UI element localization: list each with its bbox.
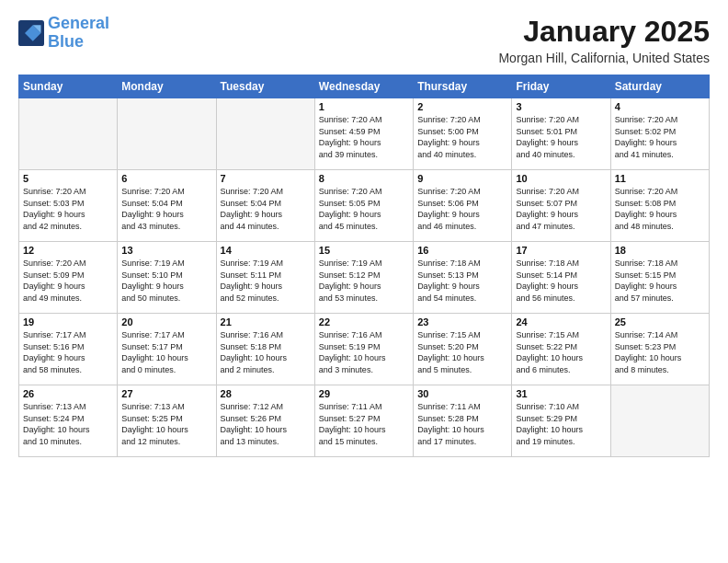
- day-number-1: 1: [319, 101, 409, 112]
- day-number-8: 8: [319, 173, 409, 184]
- cell-content-18: Sunrise: 7:18 AM Sunset: 5:15 PM Dayligh…: [615, 258, 705, 304]
- header-sunday: Sunday: [19, 75, 118, 98]
- day-number-10: 10: [516, 173, 606, 184]
- cell-4-6: 24Sunrise: 7:15 AM Sunset: 5:22 PM Dayli…: [512, 314, 610, 385]
- cell-3-2: 13Sunrise: 7:19 AM Sunset: 5:10 PM Dayli…: [118, 242, 216, 314]
- title-section: January 2025 Morgan Hill, California, Un…: [498, 15, 710, 65]
- day-number-11: 11: [615, 173, 705, 184]
- day-number-4: 4: [615, 101, 705, 112]
- cell-2-5: 9Sunrise: 7:20 AM Sunset: 5:06 PM Daylig…: [414, 170, 512, 242]
- cell-2-4: 8Sunrise: 7:20 AM Sunset: 5:05 PM Daylig…: [314, 170, 413, 242]
- cell-1-1: [19, 98, 118, 170]
- cell-3-4: 15Sunrise: 7:19 AM Sunset: 5:12 PM Dayli…: [314, 242, 413, 314]
- cell-2-1: 5Sunrise: 7:20 AM Sunset: 5:03 PM Daylig…: [19, 170, 118, 242]
- logo-text-line2: Blue: [48, 33, 109, 52]
- week-row-4: 19Sunrise: 7:17 AM Sunset: 5:16 PM Dayli…: [19, 314, 710, 385]
- header-friday: Friday: [512, 75, 610, 98]
- header-saturday: Saturday: [610, 75, 709, 98]
- cell-content-20: Sunrise: 7:17 AM Sunset: 5:17 PM Dayligh…: [121, 329, 211, 375]
- day-number-22: 22: [319, 316, 409, 327]
- cell-1-3: [216, 98, 314, 170]
- cell-content-22: Sunrise: 7:16 AM Sunset: 5:19 PM Dayligh…: [319, 329, 409, 375]
- month-title: January 2025: [498, 15, 710, 49]
- day-number-12: 12: [23, 245, 113, 256]
- calendar-table: Sunday Monday Tuesday Wednesday Thursday…: [18, 75, 710, 457]
- cell-content-30: Sunrise: 7:11 AM Sunset: 5:28 PM Dayligh…: [417, 401, 507, 447]
- cell-5-5: 30Sunrise: 7:11 AM Sunset: 5:28 PM Dayli…: [414, 385, 512, 457]
- day-number-25: 25: [615, 316, 705, 327]
- day-number-13: 13: [121, 245, 211, 256]
- location: Morgan Hill, California, United States: [498, 51, 710, 65]
- logo: General Blue: [18, 15, 109, 52]
- cell-content-27: Sunrise: 7:13 AM Sunset: 5:25 PM Dayligh…: [121, 401, 211, 447]
- header: General Blue January 2025 Morgan Hill, C…: [18, 15, 710, 65]
- cell-5-1: 26Sunrise: 7:13 AM Sunset: 5:24 PM Dayli…: [19, 385, 118, 457]
- day-number-9: 9: [417, 173, 507, 184]
- cell-content-3: Sunrise: 7:20 AM Sunset: 5:01 PM Dayligh…: [516, 114, 606, 160]
- cell-1-7: 4Sunrise: 7:20 AM Sunset: 5:02 PM Daylig…: [610, 98, 709, 170]
- cell-content-11: Sunrise: 7:20 AM Sunset: 5:08 PM Dayligh…: [615, 186, 705, 232]
- cell-5-3: 28Sunrise: 7:12 AM Sunset: 5:26 PM Dayli…: [216, 385, 314, 457]
- cell-content-13: Sunrise: 7:19 AM Sunset: 5:10 PM Dayligh…: [121, 258, 211, 304]
- cell-2-2: 6Sunrise: 7:20 AM Sunset: 5:04 PM Daylig…: [118, 170, 216, 242]
- header-wednesday: Wednesday: [314, 75, 413, 98]
- day-number-15: 15: [319, 245, 409, 256]
- cell-content-29: Sunrise: 7:11 AM Sunset: 5:27 PM Dayligh…: [319, 401, 409, 447]
- day-number-7: 7: [221, 173, 311, 184]
- cell-5-6: 31Sunrise: 7:10 AM Sunset: 5:29 PM Dayli…: [512, 385, 610, 457]
- cell-3-5: 16Sunrise: 7:18 AM Sunset: 5:13 PM Dayli…: [414, 242, 512, 314]
- day-number-6: 6: [121, 173, 211, 184]
- cell-content-28: Sunrise: 7:12 AM Sunset: 5:26 PM Dayligh…: [221, 401, 311, 447]
- page: General Blue January 2025 Morgan Hill, C…: [0, 0, 728, 563]
- cell-content-26: Sunrise: 7:13 AM Sunset: 5:24 PM Dayligh…: [23, 401, 113, 447]
- day-number-30: 30: [417, 388, 507, 399]
- day-number-21: 21: [221, 316, 311, 327]
- cell-4-3: 21Sunrise: 7:16 AM Sunset: 5:18 PM Dayli…: [216, 314, 314, 385]
- week-row-3: 12Sunrise: 7:20 AM Sunset: 5:09 PM Dayli…: [19, 242, 710, 314]
- cell-3-3: 14Sunrise: 7:19 AM Sunset: 5:11 PM Dayli…: [216, 242, 314, 314]
- day-number-18: 18: [615, 245, 705, 256]
- day-number-24: 24: [516, 316, 606, 327]
- cell-content-5: Sunrise: 7:20 AM Sunset: 5:03 PM Dayligh…: [23, 186, 113, 232]
- cell-content-6: Sunrise: 7:20 AM Sunset: 5:04 PM Dayligh…: [121, 186, 211, 232]
- week-row-5: 26Sunrise: 7:13 AM Sunset: 5:24 PM Dayli…: [19, 385, 710, 457]
- cell-5-2: 27Sunrise: 7:13 AM Sunset: 5:25 PM Dayli…: [118, 385, 216, 457]
- cell-3-1: 12Sunrise: 7:20 AM Sunset: 5:09 PM Dayli…: [19, 242, 118, 314]
- cell-content-21: Sunrise: 7:16 AM Sunset: 5:18 PM Dayligh…: [221, 329, 311, 375]
- cell-1-5: 2Sunrise: 7:20 AM Sunset: 5:00 PM Daylig…: [414, 98, 512, 170]
- cell-content-25: Sunrise: 7:14 AM Sunset: 5:23 PM Dayligh…: [615, 329, 705, 375]
- cell-content-16: Sunrise: 7:18 AM Sunset: 5:13 PM Dayligh…: [417, 258, 507, 304]
- cell-1-6: 3Sunrise: 7:20 AM Sunset: 5:01 PM Daylig…: [512, 98, 610, 170]
- cell-4-7: 25Sunrise: 7:14 AM Sunset: 5:23 PM Dayli…: [610, 314, 709, 385]
- day-number-23: 23: [417, 316, 507, 327]
- day-number-27: 27: [121, 388, 211, 399]
- day-number-26: 26: [23, 388, 113, 399]
- cell-4-1: 19Sunrise: 7:17 AM Sunset: 5:16 PM Dayli…: [19, 314, 118, 385]
- cell-4-2: 20Sunrise: 7:17 AM Sunset: 5:17 PM Dayli…: [118, 314, 216, 385]
- day-number-19: 19: [23, 316, 113, 327]
- cell-2-7: 11Sunrise: 7:20 AM Sunset: 5:08 PM Dayli…: [610, 170, 709, 242]
- cell-content-12: Sunrise: 7:20 AM Sunset: 5:09 PM Dayligh…: [23, 258, 113, 304]
- cell-content-1: Sunrise: 7:20 AM Sunset: 4:59 PM Dayligh…: [319, 114, 409, 160]
- logo-text-line1: General: [48, 15, 109, 33]
- logo-icon: [18, 20, 44, 46]
- week-row-1: 1Sunrise: 7:20 AM Sunset: 4:59 PM Daylig…: [19, 98, 710, 170]
- cell-4-4: 22Sunrise: 7:16 AM Sunset: 5:19 PM Dayli…: [314, 314, 413, 385]
- day-number-16: 16: [417, 245, 507, 256]
- day-number-17: 17: [516, 245, 606, 256]
- cell-3-6: 17Sunrise: 7:18 AM Sunset: 5:14 PM Dayli…: [512, 242, 610, 314]
- day-number-31: 31: [516, 388, 606, 399]
- cell-content-24: Sunrise: 7:15 AM Sunset: 5:22 PM Dayligh…: [516, 329, 606, 375]
- day-number-29: 29: [319, 388, 409, 399]
- cell-content-4: Sunrise: 7:20 AM Sunset: 5:02 PM Dayligh…: [615, 114, 705, 160]
- cell-content-19: Sunrise: 7:17 AM Sunset: 5:16 PM Dayligh…: [23, 329, 113, 375]
- cell-content-17: Sunrise: 7:18 AM Sunset: 5:14 PM Dayligh…: [516, 258, 606, 304]
- week-row-2: 5Sunrise: 7:20 AM Sunset: 5:03 PM Daylig…: [19, 170, 710, 242]
- day-number-3: 3: [516, 101, 606, 112]
- cell-content-10: Sunrise: 7:20 AM Sunset: 5:07 PM Dayligh…: [516, 186, 606, 232]
- cell-content-8: Sunrise: 7:20 AM Sunset: 5:05 PM Dayligh…: [319, 186, 409, 232]
- cell-content-15: Sunrise: 7:19 AM Sunset: 5:12 PM Dayligh…: [319, 258, 409, 304]
- header-tuesday: Tuesday: [216, 75, 314, 98]
- cell-1-4: 1Sunrise: 7:20 AM Sunset: 4:59 PM Daylig…: [314, 98, 413, 170]
- cell-content-23: Sunrise: 7:15 AM Sunset: 5:20 PM Dayligh…: [417, 329, 507, 375]
